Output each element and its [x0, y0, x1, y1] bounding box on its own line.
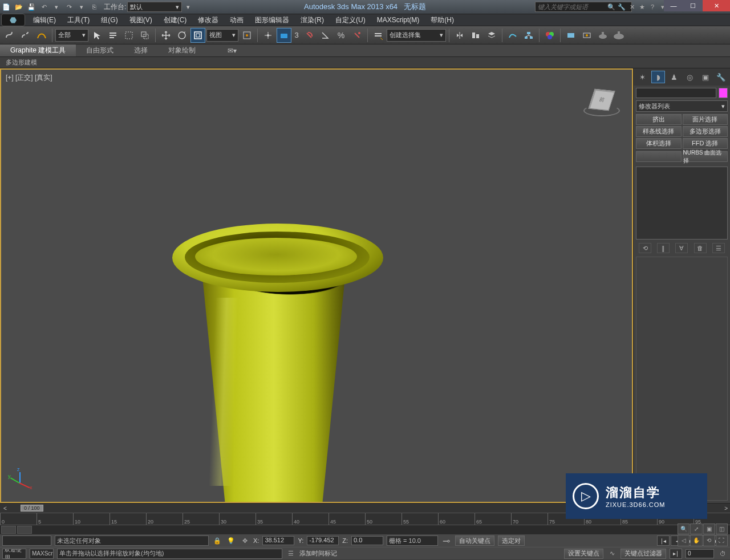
pan-icon[interactable]: ✋ — [690, 535, 702, 546]
zoom-extents-all-icon[interactable]: ◫ — [716, 524, 728, 534]
application-button[interactable]: ⬣ — [1, 14, 25, 26]
ruler-tick[interactable]: 70 — [511, 513, 548, 525]
lock-selection-icon[interactable]: 🔒 — [212, 535, 222, 546]
close-button[interactable]: ✕ — [703, 0, 730, 11]
redo-icon[interactable]: ↷ — [63, 1, 75, 13]
trackbar-open-icon[interactable] — [1, 526, 16, 534]
ruler-tick[interactable]: 40 — [292, 513, 328, 525]
make-unique-icon[interactable]: ∀ — [675, 243, 688, 253]
btn-poly-select[interactable]: 多边形选择 — [683, 126, 728, 137]
render-frame-icon[interactable] — [579, 28, 594, 43]
menu-maxscript[interactable]: MAXScript(M) — [371, 15, 425, 25]
timeline-next-icon[interactable]: > — [724, 505, 728, 512]
workspace-more-icon[interactable]: ▾ — [182, 1, 194, 13]
ruler-tick[interactable]: 45 — [328, 513, 365, 525]
motion-tab-icon[interactable]: ◎ — [683, 71, 696, 83]
ribbon-tab-freeform[interactable]: 自由形式 — [76, 44, 124, 56]
ribbon-collapse-icon[interactable]: ✉▾ — [217, 44, 247, 56]
named-selection-dropdown[interactable]: 创建选择集▾ — [387, 29, 446, 42]
mirror-icon[interactable] — [452, 28, 467, 43]
set-key-button[interactable]: 设置关键点 — [564, 549, 603, 559]
ruler-tick[interactable]: 35 — [256, 513, 292, 525]
auto-key-button[interactable]: 自动关键点 — [455, 535, 494, 546]
open-icon[interactable]: 📂 — [13, 1, 25, 13]
display-tab-icon[interactable]: ▣ — [699, 71, 712, 83]
manipulate-icon[interactable] — [261, 28, 275, 43]
timeline-prev-icon[interactable]: < — [3, 505, 7, 512]
rotate-icon[interactable] — [175, 28, 189, 43]
selection-filter-dropdown[interactable]: 全部▾ — [55, 29, 88, 42]
minimize-button[interactable]: — — [664, 0, 683, 11]
viewport[interactable]: [+] [正交] [真实] 前 z x y — [0, 68, 633, 503]
object-color-swatch[interactable] — [719, 88, 728, 98]
add-time-tag-label[interactable]: 添加时间标记 — [299, 549, 337, 558]
ruler-tick[interactable]: 30 — [219, 513, 256, 525]
render-prod-icon[interactable] — [611, 28, 626, 43]
bind-space-warp-icon[interactable] — [34, 28, 49, 43]
help-icon[interactable]: ? — [648, 2, 657, 11]
viewcube-ring[interactable] — [583, 105, 620, 116]
ruler-tick[interactable]: 5 — [36, 513, 73, 525]
z-input[interactable]: 0.0 — [351, 536, 383, 545]
btn-nurbs-select[interactable]: NURBS 曲面选择 — [683, 151, 728, 162]
curve-editor-icon[interactable] — [505, 28, 520, 43]
key-filters-button[interactable]: 关键点过滤器 — [620, 549, 666, 559]
layer-manager-icon[interactable] — [484, 28, 499, 43]
transform-type-icon[interactable]: ✥ — [240, 535, 250, 546]
key-mode-icon[interactable]: ⊸ — [441, 535, 452, 546]
redo-dd-icon[interactable]: ▾ — [75, 1, 88, 13]
isolate-icon[interactable]: 💡 — [226, 535, 236, 546]
time-tag-icon[interactable]: ☰ — [286, 549, 296, 559]
ruler-tick[interactable]: 60 — [438, 513, 474, 525]
align-icon[interactable] — [468, 28, 483, 43]
link-icon[interactable]: ⎘ — [88, 1, 100, 13]
save-icon[interactable]: 💾 — [25, 1, 38, 13]
menu-help[interactable]: 帮助(H) — [425, 14, 460, 26]
ref-coord-dropdown[interactable]: 视图▾ — [206, 29, 238, 42]
cup-model[interactable] — [172, 224, 389, 503]
trackbar-filter-icon[interactable] — [17, 526, 32, 534]
btn-ffd-select[interactable]: FFD 选择 — [683, 138, 728, 149]
modifier-stack[interactable] — [636, 167, 728, 240]
ruler-tick[interactable]: 25 — [182, 513, 219, 525]
selection-lock-button[interactable]: 选定对 — [498, 535, 525, 546]
fov-icon[interactable]: ◁ — [678, 535, 690, 546]
configure-sets-icon[interactable]: ☰ — [712, 243, 725, 253]
spinner-snap-icon[interactable] — [350, 28, 364, 43]
render-icon[interactable] — [595, 28, 610, 43]
ruler-tick[interactable]: 15 — [110, 513, 146, 525]
y-input[interactable]: -179.452 — [307, 536, 339, 545]
menu-modifiers[interactable]: 修改器 — [192, 14, 224, 26]
viewcube[interactable]: 前 — [582, 80, 622, 120]
parameters-rollout[interactable] — [636, 257, 728, 501]
angle-snap-icon[interactable] — [318, 28, 332, 43]
remove-mod-icon[interactable]: 🗑 — [694, 243, 707, 253]
maximize-button[interactable]: ☐ — [683, 0, 703, 11]
show-end-result-icon[interactable]: ‖ — [657, 243, 670, 253]
undo-icon[interactable]: ↶ — [38, 1, 50, 13]
ruler-tick[interactable]: 50 — [365, 513, 402, 525]
menu-tools[interactable]: 工具(T) — [62, 14, 95, 26]
keyboard-shortcut-icon[interactable] — [277, 28, 291, 43]
menu-edit[interactable]: 编辑(E) — [27, 14, 62, 26]
render-setup-icon[interactable] — [563, 28, 578, 43]
modify-tab-icon[interactable]: ◗ — [651, 71, 665, 83]
object-name-input[interactable] — [636, 88, 716, 98]
pivot-center-icon[interactable] — [240, 28, 254, 43]
material-editor-icon[interactable] — [542, 28, 557, 43]
ruler-tick[interactable]: 0 — [0, 513, 36, 525]
goto-start-icon[interactable]: ∣◂ — [657, 535, 670, 546]
viewport-label[interactable]: [+] [正交] [真实] — [6, 73, 52, 83]
new-icon[interactable]: 📄 — [0, 1, 13, 13]
link-icon[interactable] — [2, 28, 17, 43]
btn-extrude[interactable]: 挤出 — [636, 114, 682, 125]
time-slider[interactable]: 0 / 100 — [21, 505, 43, 512]
menu-create[interactable]: 创建(C) — [158, 14, 193, 26]
key-icon[interactable]: 🔧 — [617, 2, 626, 11]
move-icon[interactable] — [159, 28, 173, 43]
schematic-view-icon[interactable] — [521, 28, 536, 43]
ribbon-tab-paint[interactable]: 对象绘制 — [158, 44, 206, 56]
btn-patch-select[interactable]: 面片选择 — [683, 114, 728, 125]
zoom-icon[interactable]: 🔍 — [678, 524, 690, 534]
ruler-tick[interactable]: 10 — [73, 513, 110, 525]
